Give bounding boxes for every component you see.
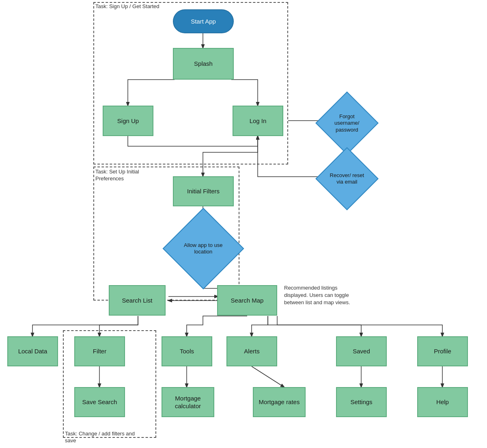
- task-preferences-label: Task: Set Up Initial Preferences: [95, 169, 160, 182]
- filter-node: Filter: [74, 336, 125, 366]
- flowchart: Task: Sign Up / Get Started Task: Set Up…: [0, 0, 487, 448]
- tools-node: Tools: [162, 336, 212, 366]
- recover-node: Recover/ reset via email: [315, 147, 379, 210]
- local-data-node: Local Data: [7, 336, 58, 366]
- task-filters-label: Task: Change / add filters and save: [65, 431, 146, 444]
- mortgage-rates-node: Mortgage rates: [253, 387, 306, 417]
- help-node: Help: [417, 387, 468, 417]
- initial-filters-node: Initial Filters: [173, 176, 234, 206]
- forgot-node: Forgot username/ password: [315, 91, 379, 155]
- sign-up-node: Sign Up: [103, 106, 153, 136]
- search-map-node: Search Map: [217, 285, 277, 316]
- log-in-node: Log In: [233, 106, 283, 136]
- profile-node: Profile: [417, 336, 468, 366]
- alerts-node: Alerts: [226, 336, 277, 366]
- task-signup-label: Task: Sign Up / Get Started: [95, 3, 159, 10]
- start-app-node: Start App: [173, 9, 234, 33]
- search-list-node: Search List: [109, 285, 166, 316]
- settings-node: Settings: [336, 387, 387, 417]
- save-search-node: Save Search: [74, 387, 125, 417]
- search-annotation: Recommended listings displayed. Users ca…: [284, 284, 357, 307]
- splash-node: Splash: [173, 48, 234, 80]
- svg-line-8: [252, 366, 284, 387]
- saved-node: Saved: [336, 336, 387, 366]
- mortgage-calc-node: Mortgage calculator: [162, 387, 214, 417]
